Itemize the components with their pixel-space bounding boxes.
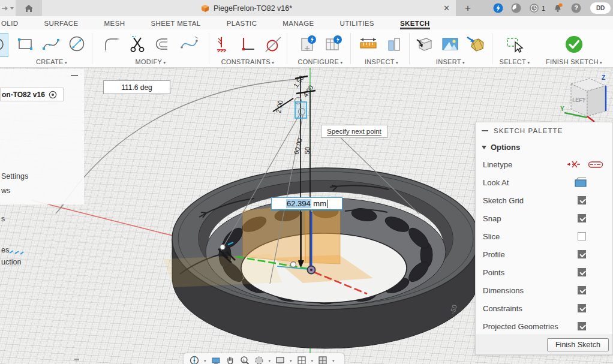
finish-sketch-menu[interactable]: FINISH SKETCH▾ bbox=[546, 58, 602, 65]
construction-linetype-icon[interactable] bbox=[567, 159, 582, 170]
slice-checkbox[interactable] bbox=[578, 232, 586, 240]
radio-visibility-icon[interactable] bbox=[49, 91, 57, 99]
points-checkbox[interactable] bbox=[578, 268, 586, 276]
modify-menu[interactable]: MODIFY▾ bbox=[136, 58, 166, 65]
viewports-icon[interactable] bbox=[318, 356, 327, 364]
help-icon[interactable]: ? bbox=[571, 3, 581, 13]
dropdown-caret-icon[interactable]: ▾ bbox=[204, 359, 206, 363]
select-menu[interactable]: SELECT▾ bbox=[500, 58, 530, 65]
browser-panel: on-TO82 v16 Settings ws s es uction bbox=[0, 69, 84, 204]
tab-plastic[interactable]: PLASTIC bbox=[227, 20, 257, 29]
tab-mesh[interactable]: MESH bbox=[104, 20, 125, 29]
select-tool-icon[interactable] bbox=[504, 34, 525, 55]
look-at-icon[interactable] bbox=[574, 177, 587, 188]
finish-sketch-button[interactable]: Finish Sketch bbox=[547, 338, 609, 351]
pan-hand-icon[interactable] bbox=[226, 356, 235, 364]
palette-row-dimensions: Dimensions bbox=[476, 281, 612, 299]
dimensions-checkbox[interactable] bbox=[578, 286, 586, 294]
inspect-menu[interactable]: INSPECT▾ bbox=[365, 58, 398, 65]
angle-dimension-label[interactable]: 111.6 deg bbox=[103, 80, 170, 94]
look-at-nav-icon[interactable] bbox=[211, 356, 221, 364]
dimension-50[interactable]: 50 bbox=[304, 146, 311, 154]
sketch-grid-checkbox[interactable] bbox=[578, 196, 586, 204]
viewcube[interactable]: LEFT Z Y bbox=[560, 69, 612, 126]
configure-table-icon[interactable] bbox=[323, 34, 344, 55]
nav-history-controls[interactable] bbox=[0, 0, 16, 16]
dropdown-caret-icon[interactable]: ▾ bbox=[290, 359, 292, 363]
configure-part-icon[interactable] bbox=[297, 34, 318, 55]
active-line-tool-partial[interactable] bbox=[0, 33, 8, 57]
profile-checkbox[interactable] bbox=[578, 250, 586, 258]
tab-sketch[interactable]: SKETCH bbox=[400, 20, 430, 29]
rectangle-tool-icon[interactable] bbox=[15, 34, 37, 55]
canvas-image-icon[interactable] bbox=[440, 34, 461, 55]
orbit-icon[interactable] bbox=[190, 356, 199, 364]
palette-collapse-icon[interactable] bbox=[482, 130, 488, 131]
configure-menu[interactable]: CONFIGURE▾ bbox=[298, 58, 342, 65]
spline-tool-icon[interactable] bbox=[41, 34, 62, 55]
zoom-icon[interactable]: ± bbox=[240, 356, 250, 364]
selection-box bbox=[295, 102, 306, 118]
history-icon[interactable] bbox=[511, 3, 521, 13]
new-tab-button[interactable]: + bbox=[456, 0, 480, 16]
tab-solid[interactable]: OLID bbox=[1, 20, 18, 29]
close-tab-icon[interactable]: ✕ bbox=[443, 4, 450, 12]
redo-arrow-icon[interactable] bbox=[1, 5, 8, 11]
viewcube-face-label[interactable]: LEFT bbox=[572, 97, 586, 104]
home-tab[interactable] bbox=[16, 0, 42, 16]
group-inspect: INSPECT▾ bbox=[354, 32, 409, 65]
home-icon[interactable] bbox=[24, 4, 34, 13]
dropdown-caret-icon[interactable]: ▾ bbox=[269, 359, 271, 363]
create-menu[interactable]: CREATE▾ bbox=[36, 58, 67, 65]
constraints-checkbox[interactable] bbox=[578, 304, 586, 312]
tab-utilities[interactable]: UTILITIES bbox=[340, 20, 374, 29]
trim-scissors-icon[interactable] bbox=[127, 34, 149, 55]
nav-dropdown-icon[interactable] bbox=[10, 7, 14, 10]
browser-item-views[interactable]: ws bbox=[1, 186, 10, 195]
fixed-constraint-icon[interactable] bbox=[211, 34, 233, 55]
tab-sheet-metal[interactable]: SHEET METAL bbox=[151, 20, 200, 29]
palette-row-constraints: Constraints bbox=[476, 299, 612, 317]
browser-item-construction[interactable]: uction bbox=[1, 258, 21, 266]
constraints-menu[interactable]: CONSTRAINTS▾ bbox=[221, 58, 274, 65]
edit-spline-tool-icon[interactable] bbox=[179, 34, 200, 55]
projected-geometries-checkbox[interactable] bbox=[578, 322, 586, 330]
tangent-constraint-icon[interactable] bbox=[263, 34, 284, 55]
browser-root-item[interactable]: on-TO82 v16 bbox=[0, 88, 64, 101]
dropdown-caret-icon: ▾ bbox=[272, 60, 274, 65]
decal-insert-icon[interactable] bbox=[414, 34, 435, 55]
tab-manage[interactable]: MANAGE bbox=[283, 20, 314, 29]
section-analysis-icon[interactable] bbox=[384, 34, 405, 55]
dimension-value-input[interactable]: 62.394 mm bbox=[271, 197, 342, 210]
browser-item-s[interactable]: s bbox=[1, 215, 5, 223]
ribbon-toolbar: CREATE▾ MODIFY▾ CONSTRAINTS▾ CONFIGURE▾ bbox=[0, 29, 613, 68]
grid-snap-icon[interactable] bbox=[297, 356, 306, 364]
options-expander-icon[interactable] bbox=[482, 146, 486, 149]
centerline-linetype-icon[interactable] bbox=[588, 159, 603, 170]
dropdown-caret-icon: ▾ bbox=[65, 60, 67, 65]
tab-surface[interactable]: SURFACE bbox=[44, 20, 78, 29]
circle-diameter-tool-icon[interactable] bbox=[67, 34, 88, 55]
browser-item-settings[interactable]: Settings bbox=[1, 172, 28, 181]
insert-mesh-icon[interactable] bbox=[465, 34, 487, 55]
notifications-bell-icon[interactable] bbox=[553, 3, 563, 13]
perpendicular-constraint-icon[interactable] bbox=[237, 34, 259, 55]
display-settings-icon[interactable] bbox=[275, 356, 285, 364]
options-section-header[interactable]: Options bbox=[476, 139, 612, 155]
fit-view-icon[interactable] bbox=[254, 356, 264, 364]
user-avatar[interactable]: DD bbox=[590, 2, 611, 14]
document-tab[interactable]: PiegeFrelon-TO82 v16* ✕ bbox=[42, 0, 456, 16]
measure-tool-icon[interactable] bbox=[358, 34, 380, 55]
snap-checkbox[interactable] bbox=[578, 214, 586, 222]
dropdown-caret-icon[interactable]: ▾ bbox=[311, 359, 314, 363]
group-constraints: CONSTRAINTS▾ bbox=[211, 32, 284, 65]
extensions-icon[interactable] bbox=[493, 3, 503, 13]
offset-tool-icon[interactable] bbox=[153, 34, 175, 55]
browser-collapse-icon[interactable] bbox=[71, 75, 78, 76]
insert-menu[interactable]: INSERT▾ bbox=[436, 58, 465, 65]
job-status-icon[interactable] bbox=[529, 3, 539, 13]
dropdown-caret-icon[interactable]: ▾ bbox=[332, 359, 335, 363]
group-finish-sketch: FINISH SKETCH▾ bbox=[541, 32, 607, 65]
finish-sketch-check-icon[interactable] bbox=[563, 34, 585, 55]
fillet-tool-icon[interactable] bbox=[101, 34, 123, 55]
